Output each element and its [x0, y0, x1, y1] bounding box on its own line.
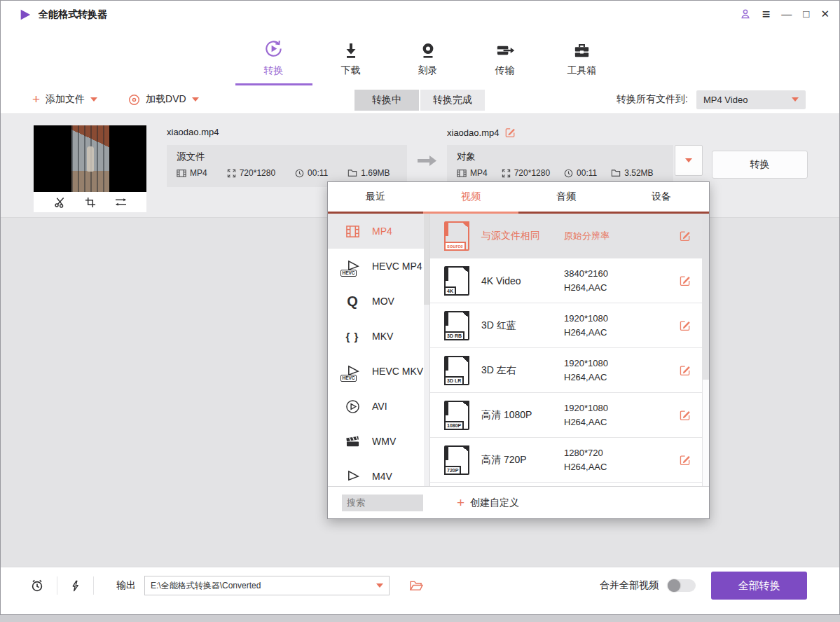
rename-icon[interactable]	[504, 127, 516, 138]
clapperboard-icon	[342, 435, 363, 448]
edit-preset-icon[interactable]	[679, 275, 691, 286]
preset-list-scrollbar[interactable]	[702, 214, 709, 486]
format-label: MKV	[372, 331, 393, 342]
scrollbar-thumb[interactable]	[702, 214, 709, 380]
nav-tab-transfer[interactable]: 传输	[467, 29, 544, 85]
output-path-box[interactable]	[144, 576, 390, 595]
format-item-mkv[interactable]: { } MKV	[328, 319, 429, 354]
video-thumbnail	[34, 125, 146, 212]
open-folder-icon[interactable]	[409, 580, 424, 591]
format-item-hevc-mkv[interactable]: HEVC HEVC MKV	[328, 354, 429, 389]
bottom-bar: 输出 合并全部视频 全部转换	[1, 567, 839, 604]
size-info: 3.52MB	[611, 168, 653, 178]
schedule-icon[interactable]	[30, 579, 44, 593]
format-item-wmv[interactable]: WMV	[328, 424, 429, 459]
load-dvd-button[interactable]: 加载DVD	[128, 93, 199, 106]
transfer-icon	[495, 37, 515, 60]
high-speed-icon[interactable]	[70, 580, 81, 592]
preset-row-3d-lr[interactable]: 3D LR 3D 左右 1920*1080H264,AAC	[430, 348, 709, 393]
popup-tab-recent[interactable]: 最近	[328, 182, 423, 212]
thumbnail-image	[34, 125, 146, 192]
edit-preset-icon[interactable]	[679, 409, 691, 421]
format-item-hevc-mp4[interactable]: HEVC HEVC MP4	[328, 249, 429, 284]
format-item-m4v[interactable]: M4V	[328, 459, 429, 486]
nav-tab-download[interactable]: 下载	[312, 29, 390, 85]
download-icon	[342, 37, 360, 60]
preset-row-720p[interactable]: 720P 高清 720P 1280*720H264,AAC	[430, 438, 709, 483]
popup-tab-video[interactable]: 视频	[423, 182, 518, 212]
output-label: 输出	[116, 579, 136, 592]
preset-row-4k[interactable]: 4K 4K Video 3840*2160H264,AAC	[430, 258, 709, 303]
edit-preset-icon[interactable]	[679, 454, 691, 466]
source-file-name: xiaodao.mp4	[167, 127, 219, 137]
format-list-scrollbar[interactable]	[424, 214, 429, 486]
format-label: WMV	[372, 436, 396, 447]
resolution-icon	[502, 169, 511, 178]
preset-name: 与源文件相同	[481, 230, 564, 242]
maximize-button[interactable]: □	[803, 6, 809, 22]
chevron-down-icon[interactable]	[90, 97, 97, 102]
format-item-avi[interactable]: AVI	[328, 389, 429, 424]
close-button[interactable]: ✕	[820, 6, 829, 22]
app-window: 全能格式转换器 ≡ — □ ✕ 转换	[0, 0, 840, 615]
convert-all-to-label: 转换所有文件到:	[617, 93, 688, 106]
output-format-select[interactable]: MP4 Video	[696, 90, 806, 109]
resolution-info: 720*1280	[227, 168, 275, 178]
nav-tab-convert[interactable]: 转换	[235, 29, 312, 85]
film-icon	[457, 169, 467, 178]
convert-button[interactable]: 转换	[712, 151, 808, 179]
output-path-input[interactable]	[151, 581, 376, 590]
chevron-down-icon[interactable]	[192, 97, 199, 102]
merge-label: 合并全部视频	[600, 579, 659, 592]
duration-info: 00:11	[564, 168, 597, 178]
preset-row-source[interactable]: source 与源文件相同 原始分辨率	[430, 214, 709, 258]
effects-icon[interactable]	[115, 197, 127, 207]
account-icon[interactable]	[740, 8, 751, 20]
format-label: M4V	[372, 471, 392, 482]
chevron-down-icon	[792, 97, 799, 102]
format-info: MP4	[457, 168, 488, 178]
format-list: MP4 HEVC HEVC MP4 Q MOV { } MKV	[328, 214, 430, 486]
preset-row-3d-rb[interactable]: 3D RB 3D 红蓝 1920*1080H264,AAC	[430, 303, 709, 348]
edit-preset-icon[interactable]	[679, 230, 691, 242]
nav-tab-label: 传输	[495, 64, 515, 77]
target-file-name: xiaodao.mp4	[447, 127, 516, 138]
format-label: MP4	[372, 226, 392, 237]
tab-finished[interactable]: 转换完成	[420, 90, 485, 111]
scrollbar-thumb[interactable]	[424, 214, 429, 305]
format-item-mov[interactable]: Q MOV	[328, 284, 429, 319]
play-icon	[342, 470, 363, 483]
menu-icon[interactable]: ≡	[762, 6, 771, 22]
nav-tab-toolbox[interactable]: 工具箱	[544, 29, 621, 85]
toolbox-icon	[572, 37, 591, 60]
format-picker-popup: 最近 视频 音频 设备 MP4 HEVC HE	[327, 181, 710, 519]
create-custom-button[interactable]: + 创建自定义	[457, 497, 519, 509]
trim-icon[interactable]	[54, 196, 66, 208]
nav-tab-burn[interactable]: 刻录	[390, 29, 467, 85]
popup-tab-audio[interactable]: 音频	[518, 182, 614, 212]
preset-name: 高清 720P	[481, 454, 564, 466]
minimize-button[interactable]: —	[781, 6, 792, 22]
tab-converting[interactable]: 转换中	[354, 90, 419, 111]
search-input[interactable]	[342, 495, 423, 511]
add-file-button[interactable]: + 添加文件	[32, 93, 97, 106]
convert-all-button[interactable]: 全部转换	[711, 572, 807, 600]
merge-toggle[interactable]	[668, 579, 696, 592]
edit-preset-icon[interactable]	[679, 364, 691, 376]
format-label: AVI	[372, 401, 387, 412]
crop-icon[interactable]	[85, 197, 96, 208]
format-label: HEVC MP4	[372, 261, 422, 272]
chevron-down-icon[interactable]	[376, 583, 383, 588]
toggle-knob[interactable]	[668, 579, 680, 592]
mp4-film-icon	[342, 225, 363, 238]
create-custom-label: 创建自定义	[470, 497, 519, 509]
preset-row-1080p[interactable]: 1080P 高清 1080P 1920*1080H264,AAC	[430, 393, 709, 438]
preset-list: source 与源文件相同 原始分辨率 4K 4K Video 3840*216…	[430, 214, 709, 486]
format-item-mp4[interactable]: MP4	[328, 214, 429, 249]
target-format-dropdown-button[interactable]	[675, 145, 703, 176]
edit-preset-icon[interactable]	[679, 319, 691, 331]
preset-name: 3D 左右	[481, 364, 564, 377]
app-title: 全能格式转换器	[39, 8, 107, 21]
clock-icon	[564, 169, 573, 178]
popup-tab-device[interactable]: 设备	[614, 182, 709, 212]
